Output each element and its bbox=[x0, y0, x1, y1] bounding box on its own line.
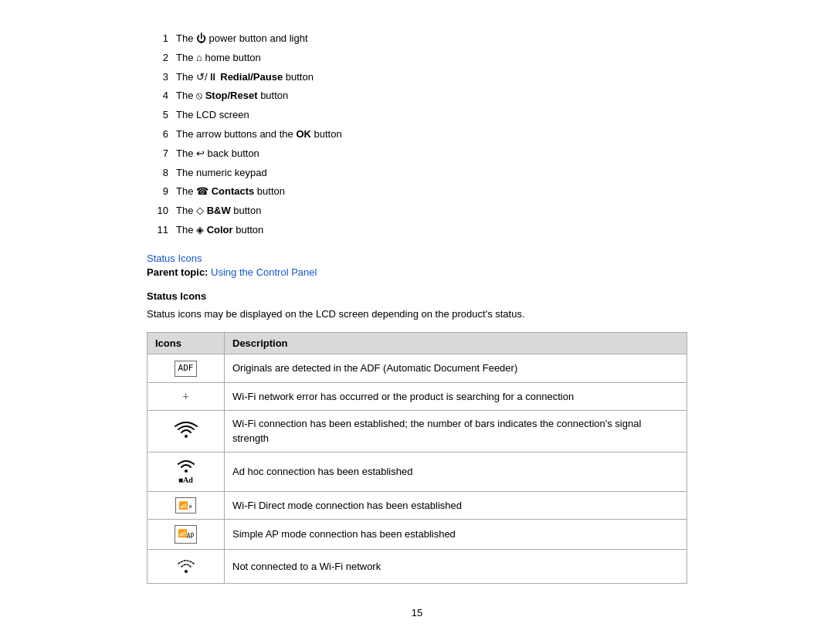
parent-topic-label: Parent topic: bbox=[147, 266, 208, 278]
desc-cell-no-wifi: Not connected to a Wi-Fi network bbox=[225, 549, 687, 584]
table-row: ■Ad Ad hoc connection has been establish… bbox=[147, 452, 687, 491]
icon-cell-wifi-error: + bbox=[147, 382, 225, 410]
icon-cell-no-wifi bbox=[147, 549, 225, 584]
adhoc-icon: ■Ad bbox=[155, 458, 216, 486]
list-item: 6 The arrow buttons and the OK button bbox=[147, 127, 687, 143]
list-item: 9 The ☎ Contacts button bbox=[147, 184, 687, 200]
desc-cell-adhoc: Ad hoc connection has been established bbox=[225, 452, 687, 491]
svg-point-0 bbox=[185, 435, 188, 438]
desc-cell-wifi-direct: Wi-Fi Direct mode connection has been es… bbox=[225, 491, 687, 519]
status-icons-table: Icons Description ADF Originals are dete… bbox=[147, 332, 687, 584]
desc-cell-wifi-connected: Wi-Fi connection has been established; t… bbox=[225, 410, 687, 452]
parent-topic-row: Parent topic: Using the Control Panel bbox=[147, 266, 687, 278]
list-item: 4 The ⦸ Stop/Reset button bbox=[147, 88, 687, 104]
icon-cell-simple-ap: 📶AP bbox=[147, 519, 225, 549]
wifi-error-icon: + bbox=[182, 390, 188, 402]
icon-cell-wifi-direct: 📶₀ bbox=[147, 491, 225, 519]
status-icons-link-row: Status Icons bbox=[147, 253, 687, 264]
table-row: Wi-Fi connection has been established; t… bbox=[147, 410, 687, 452]
table-row: 📶₀ Wi-Fi Direct mode connection has been… bbox=[147, 491, 687, 519]
simple-ap-icon: 📶AP bbox=[175, 525, 198, 544]
list-item: 7 The ↩ back button bbox=[147, 146, 687, 162]
list-item: 2 The ⌂ home button bbox=[147, 50, 687, 66]
section-title: Status Icons bbox=[147, 290, 687, 302]
list-item: 5 The LCD screen bbox=[147, 107, 687, 124]
desc-cell-wifi-error: Wi-Fi network error has occurred or the … bbox=[225, 382, 687, 410]
adf-icon: ADF bbox=[175, 361, 198, 377]
list-item: 11 The ◈ Color button bbox=[147, 222, 687, 239]
col-header-icons: Icons bbox=[147, 333, 225, 354]
wifi-direct-icon: 📶₀ bbox=[175, 497, 195, 514]
svg-point-2 bbox=[185, 570, 188, 573]
col-header-description: Description bbox=[225, 333, 687, 354]
list-item: 3 The ↺/⏸ Redial/Pause button bbox=[147, 69, 687, 86]
section-description: Status icons may be displayed on the LCD… bbox=[147, 307, 687, 322]
status-icons-link[interactable]: Status Icons bbox=[147, 253, 202, 264]
icon-cell-adf: ADF bbox=[147, 354, 225, 383]
no-wifi-icon bbox=[175, 555, 197, 574]
table-row: + Wi-Fi network error has occurred or th… bbox=[147, 382, 687, 410]
numbered-list: 1 The ⏻ power button and light 2 The ⌂ h… bbox=[147, 31, 687, 239]
table-row: ADF Originals are detected in the ADF (A… bbox=[147, 354, 687, 383]
table-header-row: Icons Description bbox=[147, 333, 687, 354]
icon-cell-wifi-connected bbox=[147, 410, 225, 452]
section-links: Status Icons Parent topic: Using the Con… bbox=[147, 253, 687, 278]
list-item: 1 The ⏻ power button and light bbox=[147, 31, 687, 47]
wifi-connected-icon bbox=[175, 420, 198, 439]
parent-topic-link[interactable]: Using the Control Panel bbox=[211, 266, 317, 278]
list-item: 8 The numeric keypad bbox=[147, 165, 687, 181]
desc-cell-simple-ap: Simple AP mode connection has been estab… bbox=[225, 519, 687, 549]
svg-point-1 bbox=[185, 469, 188, 473]
icon-cell-adhoc: ■Ad bbox=[147, 452, 225, 491]
status-icons-section: Status Icons Status icons may be display… bbox=[147, 290, 687, 585]
list-item: 10 The ◇ B&W button bbox=[147, 203, 687, 219]
table-row: 📶AP Simple AP mode connection has been e… bbox=[147, 519, 687, 549]
desc-cell-adf: Originals are detected in the ADF (Autom… bbox=[225, 354, 687, 383]
page-number: 15 bbox=[147, 607, 687, 619]
page: 1 The ⏻ power button and light 2 The ⌂ h… bbox=[147, 31, 687, 619]
table-row: Not connected to a Wi-Fi network bbox=[147, 549, 687, 584]
